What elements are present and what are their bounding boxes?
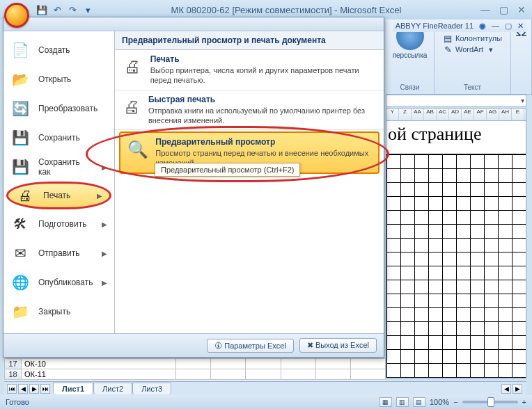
- menu-item-icon: 💾: [10, 157, 30, 177]
- tab-next-icon[interactable]: ▶: [29, 384, 39, 394]
- menu-item-label: Отправить: [38, 248, 93, 258]
- visible-rows: 17ОК-10 18ОК-11: [4, 358, 386, 380]
- menu-item-создать[interactable]: 📄Создать: [3, 35, 114, 65]
- column-header[interactable]: AE: [462, 109, 474, 120]
- zoom-level[interactable]: 100%: [430, 398, 449, 406]
- menu-item-опубликовать[interactable]: 🌐Опубликовать▶: [3, 268, 114, 297]
- submenu-item-icon: 🔍: [127, 137, 148, 162]
- column-header[interactable]: AH: [499, 109, 512, 120]
- menu-item-печать[interactable]: 🖨Печать▶: [6, 182, 111, 209]
- sheet-tab[interactable]: Лист3: [132, 383, 171, 394]
- submenu-item-icon: 🖨: [122, 54, 143, 79]
- qat-dropdown-icon[interactable]: ▾: [82, 4, 93, 15]
- submenu-item-icon: 🖨: [122, 95, 141, 120]
- menu-item-icon: 🛠: [10, 214, 30, 234]
- menu-item-отправить[interactable]: ✉Отправить▶: [3, 239, 114, 268]
- sheet-tab[interactable]: Лист2: [93, 383, 132, 394]
- maximize-icon[interactable]: ▢: [497, 4, 510, 15]
- minimize-icon[interactable]: —: [479, 4, 492, 15]
- submenu-item-title: Печать: [150, 54, 377, 64]
- view-break-icon[interactable]: ▤: [413, 397, 425, 407]
- menu-item-сохранить как[interactable]: 💾Сохранить как▶: [3, 152, 114, 182]
- menu-item-label: Преобразовать: [38, 104, 107, 113]
- submenu-item-desc: Выбор принтера, числа копий и других пар…: [150, 65, 377, 86]
- row-header[interactable]: 17: [5, 359, 22, 369]
- zoom-slider[interactable]: [462, 401, 518, 403]
- menu-item-icon: 🖨: [15, 186, 35, 205]
- submenu-item[interactable]: 🖨ПечатьВыбор принтера, числа копий и дру…: [115, 50, 384, 90]
- quick-access-toolbar: 💾 ↶ ↷ ▾: [36, 4, 93, 15]
- menu-item-label: Печать: [43, 191, 88, 200]
- ribbon-minimize-icon[interactable]: —: [492, 22, 499, 30]
- redo-icon[interactable]: ↷: [67, 4, 78, 15]
- menu-item-преобразовать[interactable]: 🔄Преобразовать: [3, 94, 114, 123]
- menu-item-label: Закрыть: [38, 307, 107, 316]
- menu-item-icon: 💾: [10, 128, 30, 147]
- office-menu-footer: 🛈 Параметры Excel ✖ Выход из Excel: [3, 333, 384, 357]
- table-row[interactable]: 17ОК-10: [5, 359, 386, 369]
- exit-icon: ✖: [307, 341, 315, 349]
- menu-item-label: Подготовить: [38, 219, 93, 229]
- column-header[interactable]: AB: [424, 109, 437, 120]
- submenu-item[interactable]: 🖨Быстрая печатьОтправка книги на использ…: [115, 90, 384, 131]
- sheet-tab[interactable]: Лист1: [53, 383, 93, 394]
- tab-prev-icon[interactable]: ◀: [18, 384, 28, 394]
- menu-item-label: Опубликовать: [38, 278, 93, 287]
- office-menu: 📄Создать📂Открыть🔄Преобразовать💾Сохранить…: [3, 17, 384, 358]
- column-header[interactable]: AA: [412, 109, 424, 120]
- worksheet[interactable]: YZAAABACADAEAFAGAHE ой странице: [386, 108, 526, 378]
- menu-item-label: Сохранить как: [38, 157, 93, 177]
- undo-icon[interactable]: ↶: [52, 4, 63, 15]
- save-icon[interactable]: 💾: [36, 4, 47, 15]
- excel-options-button[interactable]: 🛈 Параметры Excel: [207, 339, 294, 353]
- column-header[interactable]: AG: [487, 109, 499, 120]
- tooltip: Предварительный просмотр (Ctrl+F2): [155, 163, 300, 177]
- column-header[interactable]: AD: [449, 109, 462, 120]
- zoom-out-icon[interactable]: −: [453, 398, 457, 406]
- row-header[interactable]: 18: [5, 369, 22, 380]
- header-footer-icon: ▤: [443, 33, 453, 43]
- exit-excel-button[interactable]: ✖ Выход из Excel: [299, 338, 377, 353]
- help-icon[interactable]: ◉: [479, 22, 486, 31]
- hscroll-left-icon[interactable]: ◀: [501, 384, 511, 394]
- grid-cells[interactable]: [386, 154, 526, 378]
- ribbon-close-icon[interactable]: ✕: [517, 22, 524, 31]
- close-icon[interactable]: ✕: [515, 4, 528, 15]
- chevron-right-icon: ▶: [102, 250, 107, 257]
- column-header[interactable]: AC: [437, 109, 449, 120]
- zoom-in-icon[interactable]: +: [522, 398, 526, 406]
- cell[interactable]: ОК-10: [22, 359, 176, 369]
- cell[interactable]: ОК-11: [22, 369, 176, 380]
- chevron-right-icon: ▶: [102, 220, 107, 228]
- hyperlink-label: перссылка: [393, 51, 428, 59]
- chevron-right-icon: ▶: [97, 192, 102, 200]
- header-footer-button[interactable]: ▤Колонтитулы: [443, 33, 502, 43]
- submenu-item-title: Предварительный просмотр: [155, 137, 371, 147]
- status-ready: Готово: [6, 398, 29, 406]
- menu-item-открыть[interactable]: 📂Открыть: [3, 65, 114, 94]
- office-button[interactable]: [4, 3, 29, 28]
- wordart-button[interactable]: ✎WordArt▾: [443, 45, 493, 54]
- menu-item-сохранить[interactable]: 💾Сохранить: [3, 123, 114, 152]
- cell-content[interactable]: ой странице: [386, 121, 526, 154]
- menu-item-icon: 📄: [10, 40, 30, 60]
- view-normal-icon[interactable]: ▦: [380, 397, 392, 407]
- menu-item-подготовить[interactable]: 🛠Подготовить▶: [3, 209, 114, 239]
- abbyy-tab[interactable]: ABBYY FineReader 11: [396, 22, 474, 30]
- options-icon: 🛈: [214, 342, 224, 350]
- column-header[interactable]: AF: [474, 109, 487, 120]
- submenu-item-title: Быстрая печать: [148, 95, 377, 104]
- tab-first-icon[interactable]: ⏮: [7, 384, 17, 394]
- formula-expand-icon[interactable]: ▾: [521, 97, 524, 104]
- tab-last-icon[interactable]: ⏭: [40, 384, 50, 394]
- column-header[interactable]: Z: [399, 109, 412, 120]
- menu-item-icon: ✉: [10, 243, 30, 263]
- column-header[interactable]: E: [512, 109, 524, 120]
- view-layout-icon[interactable]: ▥: [396, 397, 409, 407]
- column-header[interactable]: Y: [386, 109, 399, 120]
- hscroll-right-icon[interactable]: ▶: [513, 384, 522, 394]
- ribbon-restore-icon[interactable]: ▢: [505, 22, 512, 31]
- window-controls: — ▢ ✕: [479, 4, 528, 15]
- table-row[interactable]: 18ОК-11: [5, 369, 386, 380]
- menu-item-закрыть[interactable]: 📁Закрыть: [3, 297, 114, 326]
